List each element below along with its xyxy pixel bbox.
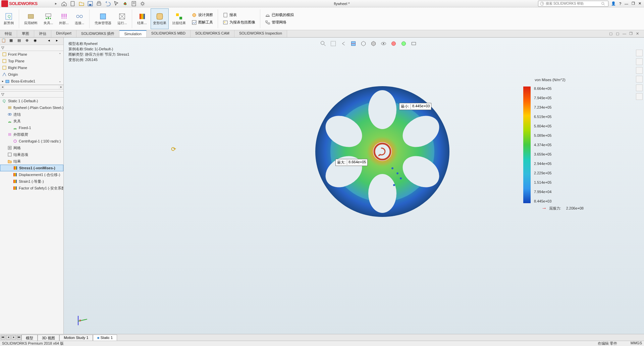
results-button[interactable]: 结果...: [135, 8, 149, 29]
rebuild-icon[interactable]: [122, 1, 128, 7]
tab-evaluate[interactable]: 评估: [34, 30, 51, 37]
menu-dropdown[interactable]: ▸: [54, 1, 58, 6]
select-icon[interactable]: [113, 1, 119, 7]
window-max-icon[interactable]: ❐: [629, 32, 634, 36]
help-menu-icon[interactable]: ?: [619, 2, 621, 6]
offloaded-sim-button[interactable]: 已卸载的模拟: [263, 12, 296, 18]
window-close-icon[interactable]: ✕: [636, 32, 641, 36]
hide-show-icon[interactable]: [380, 40, 387, 47]
btm-nav-last[interactable]: ⏭: [17, 335, 21, 340]
print-icon[interactable]: [96, 1, 102, 7]
tab-features[interactable]: 特征: [0, 30, 17, 37]
btm-tab-motion[interactable]: Motion Study 1: [59, 335, 93, 341]
rail-scene-icon[interactable]: [636, 76, 643, 82]
tree-right-plane[interactable]: Right Plane: [0, 64, 63, 71]
tree-mesh[interactable]: 网格: [0, 145, 63, 151]
btm-tab-model[interactable]: 模型: [21, 335, 38, 341]
search-icon[interactable]: [601, 1, 605, 6]
tree-part-material[interactable]: flywheel (-Plain Carbon Steel-): [0, 104, 63, 111]
fm-tab-icon[interactable]: 📋: [1, 38, 7, 44]
tree-displacement-plot[interactable]: Displacement1 (-合位移-): [0, 171, 63, 178]
zoom-area-icon[interactable]: [330, 40, 337, 47]
restore-icon[interactable]: ❐: [632, 1, 635, 6]
filter-icon[interactable]: ▽: [1, 46, 4, 50]
tree-nav-right-icon[interactable]: ▸: [56, 38, 62, 44]
tab-inspection[interactable]: SOLIDWORKS Inspection: [234, 30, 287, 37]
scroll-right-icon[interactable]: ▸: [59, 85, 63, 89]
tree-top-plane[interactable]: Top Plane: [0, 58, 63, 64]
status-units[interactable]: MMGS: [631, 341, 642, 346]
view-orient-icon[interactable]: [360, 40, 367, 47]
display-tab-icon[interactable]: ◉: [34, 38, 40, 44]
tree-centrifugal[interactable]: Centrifugal-1 (:100 rad/s:): [0, 138, 63, 145]
graphics-viewport[interactable]: 模型名称:flywheel 算例名称:Static 1(-Default-) 图…: [64, 38, 644, 336]
view-settings-icon[interactable]: [411, 40, 417, 47]
btm-nav-prev[interactable]: ◂: [6, 335, 11, 340]
connections-button[interactable]: 连接...: [72, 8, 87, 29]
login-icon[interactable]: 👤: [611, 1, 616, 6]
probe-max[interactable]: 最大:8.664e+05: [335, 159, 368, 166]
fixtures-button[interactable]: 夹具...: [41, 8, 55, 29]
report-button[interactable]: 报表: [221, 12, 257, 18]
undo-icon[interactable]: [105, 1, 111, 7]
hscrollbar[interactable]: [5, 85, 59, 89]
display-style-icon[interactable]: [370, 40, 377, 47]
save-icon[interactable]: [87, 1, 93, 7]
tree-fos-plot[interactable]: Factor of Safety1 (-安全系数-): [0, 185, 63, 191]
tree-external-loads[interactable]: 外部载荷: [0, 131, 63, 138]
apply-scene-icon[interactable]: [400, 40, 407, 47]
rail-decal-icon[interactable]: [636, 67, 643, 74]
shell-manager-button[interactable]: 壳体管理器: [92, 8, 114, 29]
apply-material-button[interactable]: 应用材料: [22, 8, 40, 29]
tree-fixtures[interactable]: 夹具: [0, 118, 63, 124]
config-tab-icon[interactable]: ▤: [17, 38, 23, 44]
close-icon[interactable]: ✕: [638, 1, 641, 6]
deformed-result-button[interactable]: 变形结果: [151, 8, 169, 29]
tab-cam[interactable]: SOLIDWORKS CAM: [191, 30, 234, 37]
zoom-fit-icon[interactable]: [320, 40, 327, 47]
tree-origin[interactable]: Origin: [0, 71, 63, 78]
design-insight-button[interactable]: 设计洞察: [190, 12, 215, 18]
include-image-button[interactable]: 为报表包括图像: [221, 19, 257, 26]
open-icon[interactable]: [78, 1, 85, 7]
tab-dimxpert[interactable]: DimXpert: [51, 30, 76, 37]
tree-study[interactable]: QStatic 1 (-Default-): [0, 98, 63, 104]
tree-strain-plot[interactable]: Strain1 (-等量-): [0, 178, 63, 185]
tab-simulation[interactable]: Simulation: [119, 30, 146, 37]
new-doc-icon[interactable]: [70, 1, 76, 7]
tree-result-options[interactable]: 结果选项: [0, 151, 63, 158]
view-triad[interactable]: x: [74, 314, 87, 327]
tree-front-plane[interactable]: Front Plane⌃: [0, 51, 63, 58]
tree-results-folder[interactable]: 结果: [0, 158, 63, 165]
dimxpert-tab-icon[interactable]: ⊕: [25, 38, 32, 44]
expand-icon[interactable]: ▢: [616, 32, 621, 36]
pm-tab-icon[interactable]: ▦: [9, 38, 15, 44]
compare-results-button[interactable]: 比较结果: [170, 8, 188, 29]
btm-tab-static1[interactable]: Static 1: [93, 335, 117, 341]
tab-sketch[interactable]: 草图: [17, 30, 34, 37]
new-study-button[interactable]: Q新算例: [1, 8, 16, 29]
manage-network-button[interactable]: 管理网络: [263, 19, 296, 26]
home-icon[interactable]: [61, 1, 67, 7]
tree-nav-left-icon[interactable]: ◂: [48, 38, 54, 44]
ruler-icon[interactable]: ▢: [609, 32, 614, 36]
search-box[interactable]: ?: [538, 1, 608, 7]
tree-connections[interactable]: 连结: [0, 111, 63, 118]
rail-collapse-icon[interactable]: [636, 93, 643, 100]
btm-nav-next[interactable]: ▸: [11, 335, 16, 340]
plot-tools-button[interactable]: 图解工具: [190, 19, 215, 26]
tree-fixed-1[interactable]: Fixed-1: [0, 124, 63, 131]
edit-appearance-icon[interactable]: [390, 40, 397, 47]
minimize-icon[interactable]: —: [625, 2, 628, 6]
scroll-left-icon[interactable]: ◂: [0, 85, 5, 89]
rail-appearance-icon[interactable]: [636, 58, 643, 65]
window-min-icon[interactable]: —: [623, 32, 627, 36]
rail-home-icon[interactable]: [636, 50, 643, 56]
rail-custom-icon[interactable]: [636, 84, 643, 91]
filter2-icon[interactable]: ▽: [1, 92, 4, 97]
prev-view-icon[interactable]: [340, 40, 347, 47]
section-view-icon[interactable]: [350, 40, 357, 47]
tree-stress-plot[interactable]: Stress1 (-vonMises-): [0, 165, 63, 171]
doc-props-icon[interactable]: [131, 1, 137, 7]
search-input[interactable]: [546, 2, 601, 5]
